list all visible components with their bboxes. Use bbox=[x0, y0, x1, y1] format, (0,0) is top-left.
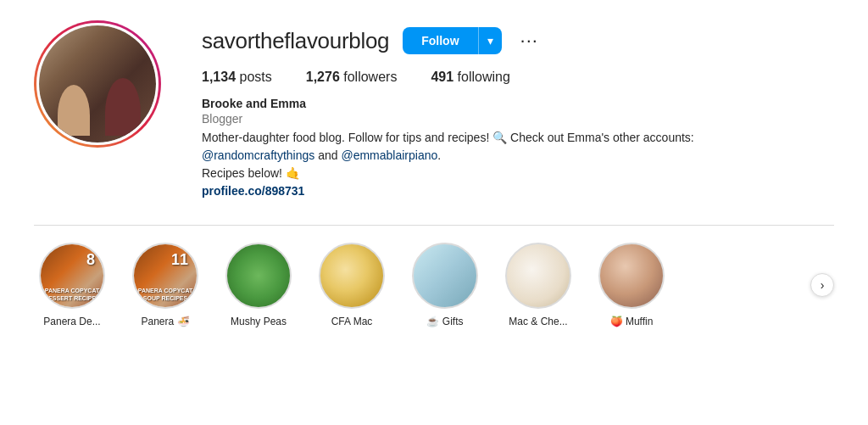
highlight-label-cfa-mac: CFA Mac bbox=[331, 316, 373, 327]
avatar-ring[interactable] bbox=[34, 20, 161, 148]
followers-stat[interactable]: 1,276 followers bbox=[306, 70, 398, 85]
highlight-label-gifts: ☕ Gifts bbox=[426, 316, 463, 327]
highlight-gifts[interactable]: ☕ Gifts bbox=[407, 243, 483, 327]
avatar bbox=[39, 25, 156, 143]
profile-info: savortheflavourblog Follow ▾ ··· 1,134 p… bbox=[202, 20, 834, 198]
profile-header: savortheflavourblog Follow ▾ ··· 1,134 p… bbox=[34, 20, 834, 198]
highlight-circle-cfa-mac bbox=[319, 243, 385, 309]
highlight-mushy-peas[interactable]: Mushy Peas bbox=[220, 243, 297, 327]
highlights-section: 8 PANERA COPYCATDESSERT RECIPES Panera D… bbox=[34, 225, 834, 327]
bio-description-1: Mother-daughter food blog. Follow for ti… bbox=[202, 131, 694, 144]
follow-button[interactable]: Follow bbox=[403, 27, 477, 54]
highlight-label-muffin: 🍑 Muffin bbox=[610, 316, 654, 327]
avatar-inner bbox=[36, 23, 159, 145]
bio-link-random[interactable]: @randomcraftythings bbox=[202, 148, 314, 162]
highlights-list: 8 PANERA COPYCATDESSERT RECIPES Panera D… bbox=[34, 243, 807, 327]
posts-count: 1,134 bbox=[202, 70, 236, 84]
bio-description-2: and bbox=[314, 148, 341, 162]
highlight-label-panera-soup: Panera 🍜 bbox=[141, 316, 189, 327]
panera-soup-num: 11 bbox=[171, 251, 188, 269]
highlight-circle-mac-cheese bbox=[505, 243, 571, 309]
posts-stat[interactable]: 1,134 posts bbox=[202, 70, 272, 85]
profile-top-row: savortheflavourblog Follow ▾ ··· bbox=[202, 27, 834, 54]
bio-description-4: Recipes below! 🤙 bbox=[202, 166, 300, 180]
highlight-panera-soup[interactable]: 11 PANERA COPYCATSOUP RECIPES Panera 🍜 bbox=[127, 243, 203, 327]
bio-role: Blogger bbox=[202, 112, 834, 126]
highlight-label-panera-dessert: Panera De... bbox=[43, 316, 100, 327]
chevron-right-icon: › bbox=[821, 278, 825, 292]
highlight-circle-mushy-peas bbox=[225, 243, 292, 309]
profile-link[interactable]: profilee.co/898731 bbox=[202, 184, 834, 198]
followers-count: 1,276 bbox=[306, 70, 340, 84]
stats-row: 1,134 posts 1,276 followers 491 followin… bbox=[202, 70, 834, 85]
highlight-panera-dessert[interactable]: 8 PANERA COPYCATDESSERT RECIPES Panera D… bbox=[34, 243, 110, 327]
highlights-next-arrow[interactable]: › bbox=[810, 273, 834, 297]
bio-description-3: . bbox=[437, 148, 441, 162]
highlight-circle-panera-dessert: 8 PANERA COPYCATDESSERT RECIPES bbox=[39, 243, 105, 309]
highlight-cfa-mac[interactable]: CFA Mac bbox=[314, 243, 390, 327]
panera-dessert-text: PANERA COPYCATDESSERT RECIPES bbox=[41, 288, 103, 304]
highlight-label-mushy-peas: Mushy Peas bbox=[231, 316, 287, 327]
follow-group: Follow ▾ bbox=[403, 27, 501, 54]
panera-dessert-num: 8 bbox=[86, 251, 95, 269]
highlight-label-mac-cheese: Mac & Che... bbox=[509, 316, 567, 327]
panera-soup-text: PANERA COPYCATSOUP RECIPES bbox=[135, 288, 196, 304]
bio-link-emma[interactable]: @emmablairpiano bbox=[341, 148, 437, 162]
highlight-circle-muffin bbox=[598, 243, 665, 309]
following-stat[interactable]: 491 following bbox=[431, 70, 509, 85]
username: savortheflavourblog bbox=[202, 28, 389, 54]
following-count: 491 bbox=[431, 70, 453, 84]
highlight-circle-panera-soup: 11 PANERA COPYCATSOUP RECIPES bbox=[132, 243, 198, 309]
following-label-text: following bbox=[458, 70, 510, 84]
highlight-mac-cheese[interactable]: Mac & Che... bbox=[500, 243, 576, 327]
chevron-down-icon: ▾ bbox=[487, 34, 493, 48]
highlight-circle-gifts bbox=[412, 243, 478, 309]
bio-name: Brooke and Emma bbox=[202, 97, 834, 110]
more-options-button[interactable]: ··· bbox=[515, 31, 543, 50]
highlight-muffin[interactable]: 🍑 Muffin bbox=[593, 243, 670, 327]
follow-dropdown-button[interactable]: ▾ bbox=[478, 27, 502, 54]
posts-label-text: posts bbox=[240, 70, 272, 84]
bio-text: Mother-daughter food blog. Follow for ti… bbox=[202, 129, 710, 182]
